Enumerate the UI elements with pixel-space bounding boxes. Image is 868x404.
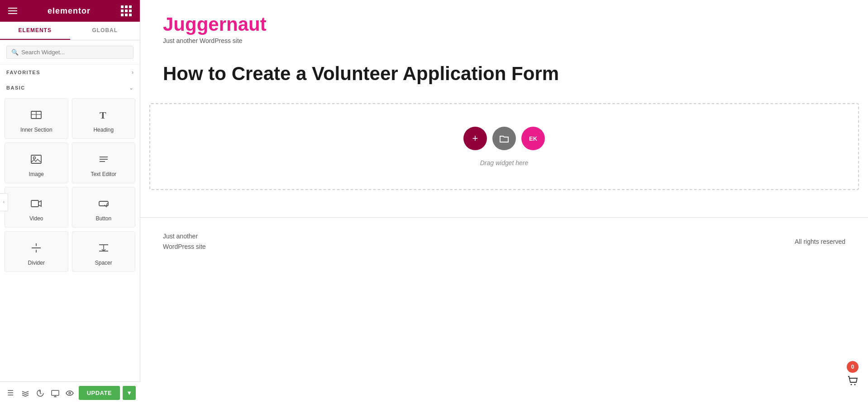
button-label: Button xyxy=(95,215,111,222)
svg-rect-18 xyxy=(52,390,59,395)
svg-text:T: T xyxy=(100,109,106,121)
search-input[interactable] xyxy=(21,49,129,56)
responsive-icon[interactable] xyxy=(49,386,61,400)
collapse-panel-handle[interactable]: ‹ xyxy=(0,193,8,211)
inner-section-label: Inner Section xyxy=(20,127,52,133)
svg-point-6 xyxy=(33,157,36,159)
image-label: Image xyxy=(29,171,44,177)
search-container: 🔍 xyxy=(0,40,140,65)
basic-section-header[interactable]: BASIC ⌄ xyxy=(0,80,140,95)
video-icon xyxy=(30,195,43,212)
footer-right-text: All rights reserved xyxy=(795,238,845,245)
inner-section-icon xyxy=(30,107,43,123)
spacer-label: Spacer xyxy=(95,260,112,266)
svg-point-21 xyxy=(69,392,71,394)
add-widget-button[interactable]: + xyxy=(463,127,487,150)
search-icon: 🔍 xyxy=(11,49,19,56)
post-title: How to Create a Volunteer Application Fo… xyxy=(140,53,868,99)
heading-icon: T xyxy=(97,107,110,123)
site-footer: Just anotherWordPress site All rights re… xyxy=(140,217,868,265)
grid-view-icon[interactable] xyxy=(121,5,132,16)
panel-tabs: ELEMENTS GLOBAL xyxy=(0,22,140,40)
divider-label: Divider xyxy=(28,260,45,266)
bottom-bar: ☰ UPDATE ▼ xyxy=(0,381,140,404)
widget-divider[interactable]: Divider xyxy=(5,231,68,272)
history-icon[interactable] xyxy=(34,386,46,400)
image-icon xyxy=(30,151,43,167)
hamburger-bottom-icon[interactable]: ☰ xyxy=(5,386,17,400)
basic-arrow-icon: ⌄ xyxy=(129,85,134,91)
site-brand-tagline: Just another WordPress site xyxy=(163,37,845,44)
folder-button[interactable] xyxy=(492,127,516,150)
svg-point-22 xyxy=(851,384,852,385)
drop-zone-buttons: + EK xyxy=(463,127,545,150)
widget-button[interactable]: Button xyxy=(72,187,136,228)
drop-zone-label: Drag widget here xyxy=(480,159,529,166)
site-content: Juggernaut Just another WordPress site H… xyxy=(140,0,868,404)
cart-icon[interactable] xyxy=(846,375,859,390)
button-icon xyxy=(97,195,110,212)
video-label: Video xyxy=(29,215,43,222)
eye-icon[interactable] xyxy=(64,386,76,400)
widget-inner-section[interactable]: Inner Section xyxy=(5,98,68,139)
cart-badge: 0 xyxy=(847,361,858,373)
panel-header: elementor xyxy=(0,0,140,22)
drop-zone[interactable]: + EK Drag widget here xyxy=(149,103,859,190)
heading-label: Heading xyxy=(93,127,114,133)
tab-global[interactable]: GLOBAL xyxy=(70,22,140,40)
text-editor-label: Text Editor xyxy=(91,171,116,177)
left-panel: elementor ELEMENTS GLOBAL 🔍 FAVORITES › … xyxy=(0,0,140,404)
cart-widget: 0 xyxy=(846,361,859,390)
svg-rect-5 xyxy=(31,155,41,163)
ek-button[interactable]: EK xyxy=(521,127,545,150)
search-wrapper: 🔍 xyxy=(6,46,134,59)
update-button[interactable]: UPDATE xyxy=(79,386,120,400)
layers-icon[interactable] xyxy=(19,386,32,400)
site-brand-title: Juggernaut xyxy=(163,14,845,35)
widget-heading[interactable]: T Heading xyxy=(72,98,136,139)
text-editor-icon xyxy=(97,151,110,167)
tab-elements[interactable]: ELEMENTS xyxy=(0,22,70,40)
favorites-label: FAVORITES xyxy=(6,70,40,75)
divider-icon xyxy=(30,240,43,256)
update-dropdown-button[interactable]: ▼ xyxy=(123,386,136,400)
main-area: Juggernaut Just another WordPress site H… xyxy=(140,0,868,404)
widgets-container: FAVORITES › BASIC ⌄ Inner Section xyxy=(0,65,140,404)
svg-point-23 xyxy=(854,384,856,385)
spacer-icon xyxy=(97,240,110,256)
svg-rect-10 xyxy=(31,200,38,207)
hamburger-menu-icon[interactable] xyxy=(8,8,17,14)
site-header: Juggernaut Just another WordPress site xyxy=(140,0,868,53)
widget-image[interactable]: Image xyxy=(5,143,68,183)
widget-video[interactable]: Video xyxy=(5,187,68,228)
footer-tagline: Just anotherWordPress site xyxy=(163,233,206,250)
elementor-logo: elementor xyxy=(48,6,91,16)
favorites-section-header[interactable]: FAVORITES › xyxy=(0,65,140,80)
footer-left-text: Just anotherWordPress site xyxy=(163,231,206,252)
widget-text-editor[interactable]: Text Editor xyxy=(72,143,136,183)
widget-spacer[interactable]: Spacer xyxy=(72,231,136,272)
favorites-arrow-icon: › xyxy=(132,69,134,76)
basic-label: BASIC xyxy=(6,85,25,90)
widgets-grid: Inner Section T Heading xyxy=(0,95,140,277)
